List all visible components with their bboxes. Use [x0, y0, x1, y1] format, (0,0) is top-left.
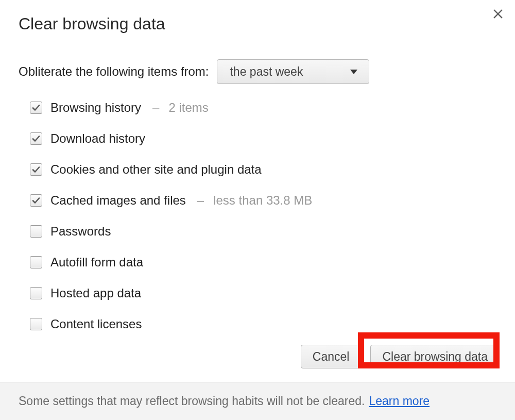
close-icon[interactable] — [492, 8, 505, 21]
cancel-button[interactable]: Cancel — [301, 345, 362, 368]
option-label: Passwords — [50, 224, 111, 239]
option-checkbox[interactable] — [30, 256, 42, 268]
time-range-label: Obliterate the following items from: — [19, 64, 209, 79]
dialog-title: Clear browsing data — [0, 0, 515, 33]
option-label: Download history — [50, 131, 145, 146]
option-suffix: less than 33.8 MB — [213, 193, 312, 208]
option-row: Content licenses — [30, 317, 515, 331]
clear-browsing-data-button[interactable]: Clear browsing data — [370, 345, 500, 368]
option-suffix-separator: – — [149, 100, 160, 115]
option-checkbox[interactable] — [30, 287, 42, 299]
option-checkbox[interactable] — [30, 163, 42, 176]
option-suffix: 2 items — [168, 100, 208, 115]
option-row: Browsing history–2 items — [30, 100, 515, 115]
option-suffix-separator: – — [194, 193, 205, 208]
footer-text: Some settings that may reflect browsing … — [19, 394, 365, 408]
option-label: Autofill form data — [50, 255, 143, 270]
clear-browsing-data-dialog: Clear browsing data Obliterate the follo… — [0, 0, 515, 420]
option-row: Hosted app data — [30, 286, 515, 300]
option-checkbox[interactable] — [30, 194, 42, 207]
option-row: Autofill form data — [30, 255, 515, 270]
option-label: Cached images and files — [50, 193, 186, 208]
cancel-button-label: Cancel — [313, 350, 350, 364]
option-checkbox[interactable] — [30, 132, 42, 145]
learn-more-link[interactable]: Learn more — [369, 394, 430, 408]
option-label: Browsing history — [50, 100, 141, 115]
option-label: Hosted app data — [50, 286, 141, 300]
option-checkbox[interactable] — [30, 318, 42, 330]
time-range-value: the past week — [230, 65, 303, 79]
time-range-select[interactable]: the past week — [217, 59, 369, 84]
chevron-down-icon — [350, 70, 357, 74]
option-checkbox[interactable] — [30, 225, 42, 238]
option-row: Download history — [30, 131, 515, 146]
option-label: Content licenses — [50, 317, 142, 331]
option-checkbox[interactable] — [30, 102, 42, 114]
dialog-footer: Some settings that may reflect browsing … — [0, 382, 515, 420]
clear-browsing-data-button-label: Clear browsing data — [382, 350, 488, 364]
option-row: Cookies and other site and plugin data — [30, 162, 515, 177]
option-row: Cached images and files–less than 33.8 M… — [30, 193, 515, 208]
option-row: Passwords — [30, 224, 515, 239]
option-label: Cookies and other site and plugin data — [50, 162, 262, 177]
